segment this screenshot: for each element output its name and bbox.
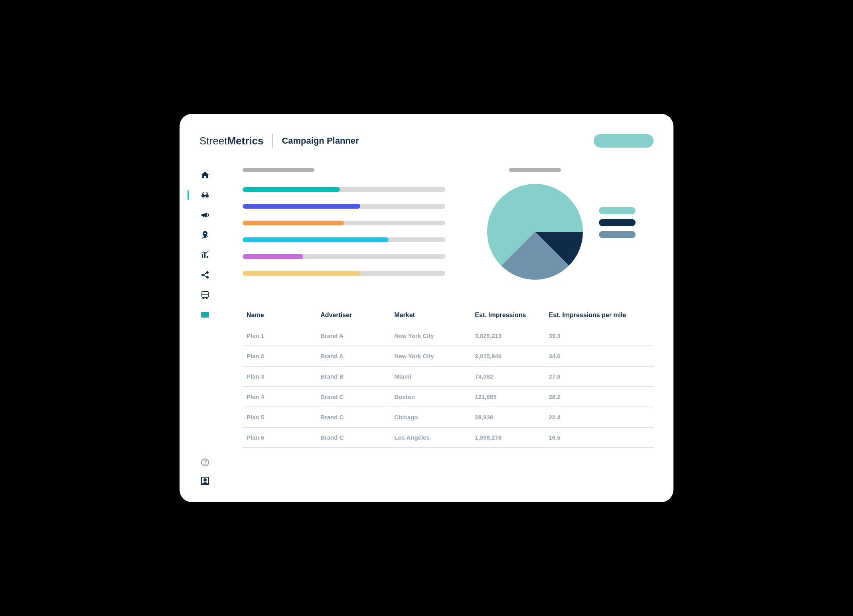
table-cell: Boston [394, 393, 475, 400]
table-cell: Plan 2 [247, 353, 320, 359]
svg-point-13 [205, 464, 205, 465]
nav-share[interactable] [199, 269, 211, 280]
table-cell: Brand A [320, 353, 394, 359]
logo-prefix: Street [199, 135, 227, 147]
table-cell: Los Angeles [394, 434, 475, 441]
nav-analytics[interactable] [199, 249, 211, 261]
table-cell: Plan 4 [247, 393, 320, 400]
table-row[interactable]: Plan 1Brand ANew York City3,829,21339.3 [243, 326, 654, 346]
table-row[interactable]: Plan 3Brand BMiami74,98227.8 [243, 367, 654, 387]
table-cell: 1,998,278 [475, 434, 549, 441]
nav-campaigns[interactable] [199, 209, 211, 221]
logo: StreetMetrics [199, 135, 263, 147]
table-row[interactable]: Plan 4Brand CBoston121,68528.2 [243, 387, 654, 407]
th-market: Market [394, 312, 475, 319]
chart-icon [200, 250, 210, 260]
svg-point-9 [206, 298, 207, 299]
header-left: StreetMetrics Campaign Planner [199, 134, 359, 148]
table-row[interactable]: Plan 2Brand ANew York City2,015,84634.6 [243, 346, 654, 367]
table-cell: Plan 3 [247, 373, 320, 380]
bar-row [243, 221, 445, 225]
home-icon [200, 170, 210, 180]
bars-title-placeholder [243, 168, 314, 172]
nav-locations[interactable] [199, 229, 211, 241]
table-cell: Brand C [320, 434, 394, 441]
bars-container [243, 187, 445, 276]
svg-text:AD: AD [203, 313, 207, 317]
table-header: Name Advertiser Market Est. Impressions … [243, 312, 654, 326]
bars-panel [243, 168, 445, 288]
nav-transit[interactable] [199, 289, 211, 300]
pie-panel [469, 168, 654, 288]
bar-fill [243, 204, 360, 209]
charts-row [243, 168, 654, 288]
bar-row [243, 237, 445, 242]
pie-chart [487, 184, 583, 280]
table-cell: Plan 6 [247, 434, 320, 441]
body: AD [199, 168, 654, 486]
table-cell: 28.2 [549, 393, 650, 400]
table-cell: 2,015,846 [475, 353, 549, 359]
bar-row [243, 271, 445, 276]
app-window: StreetMetrics Campaign Planner [180, 114, 673, 502]
table-cell: 16.5 [549, 434, 650, 441]
header-action-button[interactable] [594, 134, 654, 148]
svg-point-0 [201, 194, 205, 197]
plans-table: Name Advertiser Market Est. Impressions … [243, 312, 654, 448]
megaphone-icon [200, 210, 210, 220]
table-cell: 28,938 [475, 414, 549, 421]
table-cell: Brand B [320, 373, 394, 380]
page-title: Campaign Planner [282, 136, 359, 146]
pie-title-placeholder [509, 168, 561, 172]
table-cell: Brand C [320, 414, 394, 421]
table-cell: New York City [394, 353, 475, 359]
ad-icon: AD [200, 310, 210, 320]
nav-ads[interactable]: AD [199, 309, 211, 320]
bar-fill [243, 254, 303, 259]
bar-row [243, 254, 445, 259]
table-cell: 27.8 [549, 373, 650, 380]
th-impressions: Est. Impressions [475, 312, 549, 319]
table-row[interactable]: Plan 6Brand CLos Angeles1,998,27816.5 [243, 428, 654, 448]
table-cell: 34.6 [549, 353, 650, 359]
nav-planner[interactable] [199, 190, 211, 201]
table-cell: New York City [394, 332, 475, 339]
svg-point-8 [203, 298, 204, 299]
th-name: Name [247, 312, 320, 319]
th-per-mile: Est. Impressions per mile [549, 312, 650, 319]
svg-point-15 [204, 479, 206, 481]
bar-fill [243, 187, 340, 192]
pie-column [487, 168, 583, 280]
bar-fill [243, 221, 344, 225]
map-pin-icon [200, 230, 210, 240]
main-content: Name Advertiser Market Est. Impressions … [243, 168, 654, 486]
svg-point-1 [205, 194, 209, 197]
table-cell: Miami [394, 373, 475, 380]
nav-home[interactable] [199, 170, 211, 181]
nav-help[interactable] [199, 457, 211, 468]
bar-row [243, 187, 445, 192]
sidebar-bottom [199, 329, 211, 486]
help-icon [200, 458, 210, 467]
table-row[interactable]: Plan 5Brand CChicago28,93822.4 [243, 407, 654, 428]
nav-profile[interactable] [199, 475, 211, 486]
share-icon [200, 270, 210, 280]
legend-pill [599, 219, 636, 226]
svg-rect-2 [204, 195, 206, 196]
svg-point-3 [201, 274, 204, 276]
table-cell: 22.4 [549, 414, 650, 421]
table-cell: 3,829,213 [475, 332, 549, 339]
table-cell: Chicago [394, 414, 475, 421]
table-cell: 74,982 [475, 373, 549, 380]
pie-legend [599, 207, 636, 238]
sidebar: AD [199, 168, 211, 486]
user-icon [200, 476, 210, 486]
legend-pill [599, 207, 636, 214]
bar-fill [243, 271, 360, 276]
table-cell: Plan 5 [247, 414, 320, 421]
divider [272, 134, 273, 148]
table-cell: Brand A [320, 332, 394, 339]
th-advertiser: Advertiser [320, 312, 394, 319]
table-cell: Brand C [320, 393, 394, 400]
table-cell: Plan 1 [247, 332, 320, 339]
